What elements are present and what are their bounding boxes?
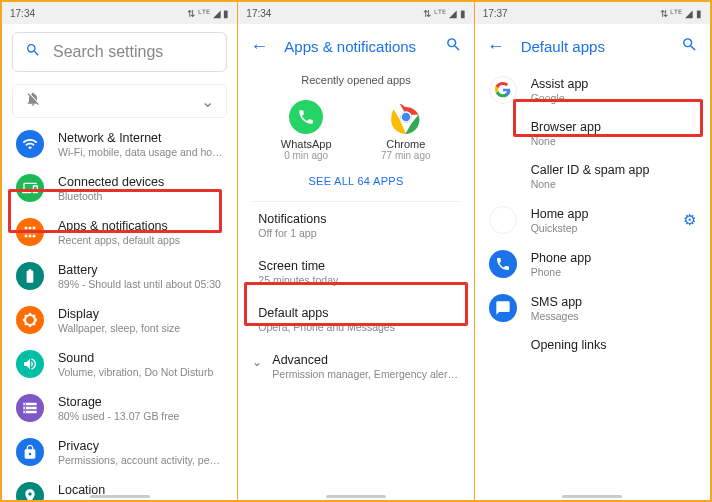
- item-title: Apps & notifications: [58, 219, 223, 233]
- privacy-icon: [16, 438, 44, 466]
- row-title: Opening links: [531, 338, 696, 352]
- page-title: Apps & notifications: [284, 38, 444, 55]
- item-sub: Permissions, account activity, personal …: [58, 454, 223, 466]
- default-app-opening-links[interactable]: Opening links: [475, 330, 710, 360]
- apps-icon: [16, 218, 44, 246]
- row-sub: Quickstep: [531, 222, 683, 234]
- row-title: SMS app: [531, 295, 696, 309]
- item-title: Privacy: [58, 439, 223, 453]
- back-button[interactable]: ←: [250, 36, 268, 57]
- recent-app-whatsapp[interactable]: WhatsApp0 min ago: [271, 100, 341, 161]
- settings-item-apps-notifications[interactable]: Apps & notificationsRecent apps, default…: [2, 210, 237, 254]
- default-app-browser-app[interactable]: Browser appNone: [475, 112, 710, 155]
- status-bar: 17:34 ⇅ ᴸᵀᴱ ◢ ▮: [238, 2, 473, 24]
- advanced-title: Advanced: [272, 353, 459, 367]
- page-header: ← Apps & notifications: [238, 24, 473, 68]
- row-sub: Google: [531, 92, 696, 104]
- page-title: Default apps: [521, 38, 681, 55]
- nav-handle: [326, 495, 386, 498]
- nav-handle: [562, 495, 622, 498]
- status-time: 17:34: [246, 8, 271, 19]
- row-sub: Messages: [531, 310, 696, 322]
- see-all-apps-button[interactable]: SEE ALL 64 APPS: [238, 165, 473, 201]
- devices-icon: [16, 174, 44, 202]
- storage-icon: [16, 394, 44, 422]
- sms-icon: [489, 294, 517, 322]
- row-default-apps[interactable]: Default appsOpera, Phone and Messages: [238, 296, 473, 343]
- row-title: Browser app: [531, 120, 696, 134]
- item-title: Connected devices: [58, 175, 223, 189]
- gear-icon[interactable]: ⚙: [683, 211, 696, 229]
- wifi-icon: [16, 130, 44, 158]
- status-time: 17:37: [483, 8, 508, 19]
- item-title: Network & Internet: [58, 131, 223, 145]
- row-title: Assist app: [531, 77, 696, 91]
- item-title: Display: [58, 307, 223, 321]
- default-app-sms-app[interactable]: SMS appMessages: [475, 286, 710, 330]
- settings-item-network-internet[interactable]: Network & InternetWi-Fi, mobile, data us…: [2, 122, 237, 166]
- row-title: Default apps: [258, 306, 453, 320]
- row-title: Home app: [531, 207, 683, 221]
- row-sub: 25 minutes today: [258, 274, 453, 286]
- settings-rows: NotificationsOff for 1 appScreen time25 …: [238, 202, 473, 343]
- settings-item-connected-devices[interactable]: Connected devicesBluetooth: [2, 166, 237, 210]
- sound-icon: [16, 350, 44, 378]
- row-title: Phone app: [531, 251, 696, 265]
- row-title: Notifications: [258, 212, 453, 226]
- recent-label: Recently opened apps: [238, 68, 473, 92]
- settings-item-sound[interactable]: SoundVolume, vibration, Do Not Disturb: [2, 342, 237, 386]
- search-button[interactable]: [445, 36, 462, 57]
- default-app-assist-app[interactable]: Assist appGoogle: [475, 68, 710, 112]
- status-bar: 17:34 ⇅ ᴸᵀᴱ ◢ ▮: [2, 2, 237, 24]
- search-icon: [25, 42, 41, 62]
- advanced-sub: Permission manager, Emergency alerts, Sp…: [272, 368, 459, 380]
- location-icon: [16, 482, 44, 500]
- row-notifications[interactable]: NotificationsOff for 1 app: [238, 202, 473, 249]
- nav-handle: [90, 495, 150, 498]
- status-icons: ⇅ ᴸᵀᴱ ◢ ▮: [660, 8, 702, 19]
- row-sub: None: [531, 178, 696, 190]
- advanced-row[interactable]: ⌄ Advanced Permission manager, Emergency…: [238, 343, 473, 390]
- status-time: 17:34: [10, 8, 35, 19]
- item-title: Battery: [58, 263, 223, 277]
- search-button[interactable]: [681, 36, 698, 57]
- default-app-home-app[interactable]: Home appQuickstep⚙: [475, 198, 710, 242]
- search-settings-input[interactable]: Search settings: [12, 32, 227, 72]
- dnd-toggle-row[interactable]: ⌄: [12, 84, 227, 118]
- app-time: 77 min ago: [381, 150, 430, 161]
- settings-item-storage[interactable]: Storage80% used - 13.07 GB free: [2, 386, 237, 430]
- bell-off-icon: [25, 91, 41, 111]
- item-sub: Wallpaper, sleep, font size: [58, 322, 223, 334]
- default-app-phone-app[interactable]: Phone appPhone: [475, 242, 710, 286]
- item-sub: 80% used - 13.07 GB free: [58, 410, 223, 422]
- default-app-caller-id-spam-app[interactable]: Caller ID & spam appNone: [475, 155, 710, 198]
- google-icon: [489, 76, 517, 104]
- row-title: Screen time: [258, 259, 453, 273]
- recent-apps-row: WhatsApp0 min agoChrome77 min ago: [238, 92, 473, 165]
- settings-item-battery[interactable]: Battery89% - Should last until about 05:…: [2, 254, 237, 298]
- item-sub: Recent apps, default apps: [58, 234, 223, 246]
- row-title: Caller ID & spam app: [531, 163, 696, 177]
- settings-panel: 17:34 ⇅ ᴸᵀᴱ ◢ ▮ Search settings ⌄ Networ…: [2, 2, 238, 500]
- default-apps-panel: 17:37 ⇅ ᴸᵀᴱ ◢ ▮ ← Default apps Assist ap…: [475, 2, 710, 500]
- settings-list: Network & InternetWi-Fi, mobile, data us…: [2, 122, 237, 500]
- item-title: Storage: [58, 395, 223, 409]
- battery-icon: [16, 262, 44, 290]
- row-sub: Phone: [531, 266, 696, 278]
- row-sub: Opera, Phone and Messages: [258, 321, 453, 333]
- item-title: Sound: [58, 351, 223, 365]
- row-sub: None: [531, 135, 696, 147]
- row-screen-time[interactable]: Screen time25 minutes today: [238, 249, 473, 296]
- apps-notifications-panel: 17:34 ⇅ ᴸᵀᴱ ◢ ▮ ← Apps & notifications R…: [238, 2, 474, 500]
- tutorial-triptych: 17:34 ⇅ ᴸᵀᴱ ◢ ▮ Search settings ⌄ Networ…: [0, 0, 712, 502]
- app-icon: [289, 100, 323, 134]
- chevron-down-icon: ⌄: [252, 355, 262, 369]
- back-button[interactable]: ←: [487, 36, 505, 57]
- recent-app-chrome[interactable]: Chrome77 min ago: [371, 100, 441, 161]
- status-icons: ⇅ ᴸᵀᴱ ◢ ▮: [423, 8, 465, 19]
- app-name: Chrome: [386, 138, 425, 150]
- settings-item-privacy[interactable]: PrivacyPermissions, account activity, pe…: [2, 430, 237, 474]
- app-name: WhatsApp: [281, 138, 332, 150]
- status-bar: 17:37 ⇅ ᴸᵀᴱ ◢ ▮: [475, 2, 710, 24]
- settings-item-display[interactable]: DisplayWallpaper, sleep, font size: [2, 298, 237, 342]
